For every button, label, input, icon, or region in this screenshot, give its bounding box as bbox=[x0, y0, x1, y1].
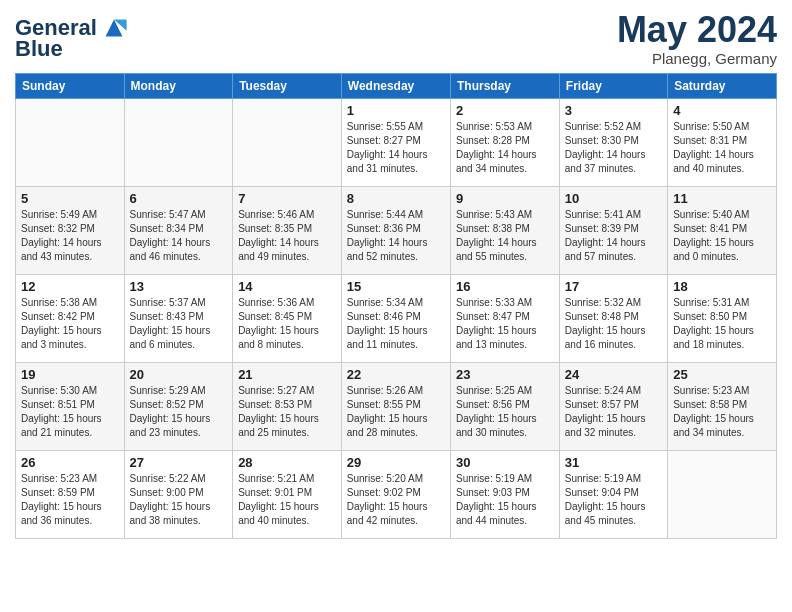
day-info: Sunrise: 5:32 AMSunset: 8:48 PMDaylight:… bbox=[565, 296, 662, 352]
day-number: 27 bbox=[130, 455, 228, 470]
calendar-cell bbox=[16, 98, 125, 186]
calendar-cell: 21Sunrise: 5:27 AMSunset: 8:53 PMDayligh… bbox=[233, 362, 342, 450]
calendar-week-row: 19Sunrise: 5:30 AMSunset: 8:51 PMDayligh… bbox=[16, 362, 777, 450]
day-info: Sunrise: 5:20 AMSunset: 9:02 PMDaylight:… bbox=[347, 472, 445, 528]
calendar-cell: 30Sunrise: 5:19 AMSunset: 9:03 PMDayligh… bbox=[450, 450, 559, 538]
day-info: Sunrise: 5:30 AMSunset: 8:51 PMDaylight:… bbox=[21, 384, 119, 440]
header: General Blue May 2024 Planegg, Germany bbox=[15, 10, 777, 67]
day-number: 15 bbox=[347, 279, 445, 294]
calendar-cell: 29Sunrise: 5:20 AMSunset: 9:02 PMDayligh… bbox=[341, 450, 450, 538]
calendar-cell: 15Sunrise: 5:34 AMSunset: 8:46 PMDayligh… bbox=[341, 274, 450, 362]
day-info: Sunrise: 5:37 AMSunset: 8:43 PMDaylight:… bbox=[130, 296, 228, 352]
day-number: 9 bbox=[456, 191, 554, 206]
day-info: Sunrise: 5:55 AMSunset: 8:27 PMDaylight:… bbox=[347, 120, 445, 176]
day-info: Sunrise: 5:53 AMSunset: 8:28 PMDaylight:… bbox=[456, 120, 554, 176]
day-number: 23 bbox=[456, 367, 554, 382]
day-number: 29 bbox=[347, 455, 445, 470]
day-info: Sunrise: 5:33 AMSunset: 8:47 PMDaylight:… bbox=[456, 296, 554, 352]
calendar-cell: 13Sunrise: 5:37 AMSunset: 8:43 PMDayligh… bbox=[124, 274, 233, 362]
main-title: May 2024 bbox=[617, 10, 777, 50]
calendar-cell: 3Sunrise: 5:52 AMSunset: 8:30 PMDaylight… bbox=[559, 98, 667, 186]
day-number: 25 bbox=[673, 367, 771, 382]
calendar-weekday-header: Wednesday bbox=[341, 73, 450, 98]
day-info: Sunrise: 5:38 AMSunset: 8:42 PMDaylight:… bbox=[21, 296, 119, 352]
calendar-cell: 24Sunrise: 5:24 AMSunset: 8:57 PMDayligh… bbox=[559, 362, 667, 450]
calendar-cell: 20Sunrise: 5:29 AMSunset: 8:52 PMDayligh… bbox=[124, 362, 233, 450]
calendar-cell: 8Sunrise: 5:44 AMSunset: 8:36 PMDaylight… bbox=[341, 186, 450, 274]
day-info: Sunrise: 5:36 AMSunset: 8:45 PMDaylight:… bbox=[238, 296, 336, 352]
calendar-weekday-header: Thursday bbox=[450, 73, 559, 98]
day-number: 14 bbox=[238, 279, 336, 294]
day-number: 16 bbox=[456, 279, 554, 294]
day-number: 18 bbox=[673, 279, 771, 294]
calendar-cell: 18Sunrise: 5:31 AMSunset: 8:50 PMDayligh… bbox=[668, 274, 777, 362]
day-number: 20 bbox=[130, 367, 228, 382]
calendar-cell: 31Sunrise: 5:19 AMSunset: 9:04 PMDayligh… bbox=[559, 450, 667, 538]
calendar-cell: 1Sunrise: 5:55 AMSunset: 8:27 PMDaylight… bbox=[341, 98, 450, 186]
day-number: 19 bbox=[21, 367, 119, 382]
day-number: 24 bbox=[565, 367, 662, 382]
page-container: General Blue May 2024 Planegg, Germany S… bbox=[0, 0, 792, 549]
calendar-cell: 22Sunrise: 5:26 AMSunset: 8:55 PMDayligh… bbox=[341, 362, 450, 450]
day-number: 21 bbox=[238, 367, 336, 382]
day-number: 30 bbox=[456, 455, 554, 470]
day-info: Sunrise: 5:23 AMSunset: 8:59 PMDaylight:… bbox=[21, 472, 119, 528]
day-number: 3 bbox=[565, 103, 662, 118]
calendar-cell: 17Sunrise: 5:32 AMSunset: 8:48 PMDayligh… bbox=[559, 274, 667, 362]
day-info: Sunrise: 5:50 AMSunset: 8:31 PMDaylight:… bbox=[673, 120, 771, 176]
day-info: Sunrise: 5:24 AMSunset: 8:57 PMDaylight:… bbox=[565, 384, 662, 440]
calendar-cell: 23Sunrise: 5:25 AMSunset: 8:56 PMDayligh… bbox=[450, 362, 559, 450]
day-number: 6 bbox=[130, 191, 228, 206]
calendar-cell: 27Sunrise: 5:22 AMSunset: 9:00 PMDayligh… bbox=[124, 450, 233, 538]
day-info: Sunrise: 5:29 AMSunset: 8:52 PMDaylight:… bbox=[130, 384, 228, 440]
calendar-cell: 9Sunrise: 5:43 AMSunset: 8:38 PMDaylight… bbox=[450, 186, 559, 274]
day-number: 1 bbox=[347, 103, 445, 118]
calendar-weekday-header: Monday bbox=[124, 73, 233, 98]
logo-icon bbox=[100, 14, 128, 42]
calendar-cell: 26Sunrise: 5:23 AMSunset: 8:59 PMDayligh… bbox=[16, 450, 125, 538]
calendar-cell: 6Sunrise: 5:47 AMSunset: 8:34 PMDaylight… bbox=[124, 186, 233, 274]
day-number: 28 bbox=[238, 455, 336, 470]
day-info: Sunrise: 5:43 AMSunset: 8:38 PMDaylight:… bbox=[456, 208, 554, 264]
calendar-cell: 2Sunrise: 5:53 AMSunset: 8:28 PMDaylight… bbox=[450, 98, 559, 186]
calendar-week-row: 12Sunrise: 5:38 AMSunset: 8:42 PMDayligh… bbox=[16, 274, 777, 362]
day-info: Sunrise: 5:41 AMSunset: 8:39 PMDaylight:… bbox=[565, 208, 662, 264]
day-number: 13 bbox=[130, 279, 228, 294]
calendar-weekday-header: Tuesday bbox=[233, 73, 342, 98]
calendar-cell: 5Sunrise: 5:49 AMSunset: 8:32 PMDaylight… bbox=[16, 186, 125, 274]
day-info: Sunrise: 5:47 AMSunset: 8:34 PMDaylight:… bbox=[130, 208, 228, 264]
day-info: Sunrise: 5:22 AMSunset: 9:00 PMDaylight:… bbox=[130, 472, 228, 528]
calendar-cell: 25Sunrise: 5:23 AMSunset: 8:58 PMDayligh… bbox=[668, 362, 777, 450]
day-number: 17 bbox=[565, 279, 662, 294]
day-number: 26 bbox=[21, 455, 119, 470]
title-area: May 2024 Planegg, Germany bbox=[617, 10, 777, 67]
day-number: 8 bbox=[347, 191, 445, 206]
day-info: Sunrise: 5:31 AMSunset: 8:50 PMDaylight:… bbox=[673, 296, 771, 352]
calendar-cell: 4Sunrise: 5:50 AMSunset: 8:31 PMDaylight… bbox=[668, 98, 777, 186]
day-info: Sunrise: 5:21 AMSunset: 9:01 PMDaylight:… bbox=[238, 472, 336, 528]
day-info: Sunrise: 5:46 AMSunset: 8:35 PMDaylight:… bbox=[238, 208, 336, 264]
calendar-cell: 11Sunrise: 5:40 AMSunset: 8:41 PMDayligh… bbox=[668, 186, 777, 274]
calendar-weekday-header: Saturday bbox=[668, 73, 777, 98]
day-number: 5 bbox=[21, 191, 119, 206]
calendar-cell: 19Sunrise: 5:30 AMSunset: 8:51 PMDayligh… bbox=[16, 362, 125, 450]
day-number: 7 bbox=[238, 191, 336, 206]
day-info: Sunrise: 5:40 AMSunset: 8:41 PMDaylight:… bbox=[673, 208, 771, 264]
day-info: Sunrise: 5:49 AMSunset: 8:32 PMDaylight:… bbox=[21, 208, 119, 264]
day-info: Sunrise: 5:23 AMSunset: 8:58 PMDaylight:… bbox=[673, 384, 771, 440]
calendar-table: SundayMondayTuesdayWednesdayThursdayFrid… bbox=[15, 73, 777, 539]
day-number: 12 bbox=[21, 279, 119, 294]
calendar-week-row: 26Sunrise: 5:23 AMSunset: 8:59 PMDayligh… bbox=[16, 450, 777, 538]
calendar-cell: 14Sunrise: 5:36 AMSunset: 8:45 PMDayligh… bbox=[233, 274, 342, 362]
day-info: Sunrise: 5:52 AMSunset: 8:30 PMDaylight:… bbox=[565, 120, 662, 176]
logo: General Blue bbox=[15, 14, 128, 60]
calendar-header-row: SundayMondayTuesdayWednesdayThursdayFrid… bbox=[16, 73, 777, 98]
calendar-cell: 28Sunrise: 5:21 AMSunset: 9:01 PMDayligh… bbox=[233, 450, 342, 538]
day-number: 31 bbox=[565, 455, 662, 470]
calendar-weekday-header: Friday bbox=[559, 73, 667, 98]
day-info: Sunrise: 5:44 AMSunset: 8:36 PMDaylight:… bbox=[347, 208, 445, 264]
day-number: 4 bbox=[673, 103, 771, 118]
calendar-cell: 10Sunrise: 5:41 AMSunset: 8:39 PMDayligh… bbox=[559, 186, 667, 274]
day-info: Sunrise: 5:25 AMSunset: 8:56 PMDaylight:… bbox=[456, 384, 554, 440]
day-info: Sunrise: 5:19 AMSunset: 9:03 PMDaylight:… bbox=[456, 472, 554, 528]
